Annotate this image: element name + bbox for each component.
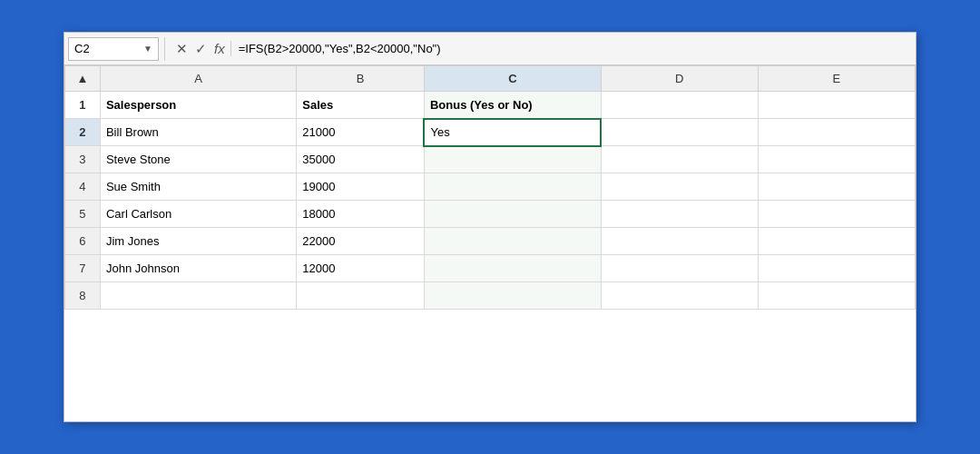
corner-header: ▲ [65, 66, 101, 92]
row-number: 2 [65, 119, 101, 146]
cancel-formula-icon[interactable]: ✕ [176, 41, 188, 57]
cell-a7[interactable]: John Johnson [100, 255, 296, 282]
cell-d2[interactable] [601, 119, 758, 146]
cell-c7[interactable] [424, 255, 601, 282]
formula-input[interactable] [239, 33, 912, 64]
cell-a2[interactable]: Bill Brown [100, 119, 296, 146]
grid-area: ▲ A B C D E 1SalespersonSalesBonus (Yes … [64, 65, 916, 421]
cell-c6[interactable] [424, 228, 601, 255]
cell-b4[interactable]: 19000 [297, 173, 425, 201]
cell-e3[interactable] [758, 146, 915, 173]
formula-bar: C2 ▼ ✕ ✓ fx [64, 33, 916, 65]
cell-d8[interactable] [601, 282, 758, 310]
cell-e1[interactable] [758, 92, 915, 119]
cell-b2[interactable]: 21000 [297, 119, 425, 146]
cell-b6[interactable]: 22000 [297, 228, 425, 255]
table-row: 6Jim Jones22000 [65, 228, 916, 255]
cell-b3[interactable]: 35000 [297, 146, 425, 173]
row-number: 5 [65, 201, 101, 228]
table-row: 1SalespersonSalesBonus (Yes or No) [65, 92, 916, 119]
cell-c3[interactable] [424, 146, 601, 173]
row-number: 3 [65, 146, 101, 173]
cell-a5[interactable]: Carl Carlson [100, 201, 296, 228]
cell-e8[interactable] [758, 282, 915, 310]
spreadsheet-table: ▲ A B C D E 1SalespersonSalesBonus (Yes … [64, 65, 916, 310]
cell-c2[interactable]: Yes [424, 119, 601, 146]
column-header-row: ▲ A B C D E [65, 66, 916, 92]
row-number: 7 [65, 255, 101, 282]
cell-b7[interactable]: 12000 [297, 255, 425, 282]
cell-c8[interactable] [424, 282, 601, 310]
col-header-a[interactable]: A [100, 66, 296, 92]
table-row: 2Bill Brown21000Yes [65, 119, 916, 146]
row-number: 4 [65, 173, 101, 201]
name-box[interactable]: C2 ▼ [68, 37, 159, 61]
table-row: 4Sue Smith19000 [65, 173, 916, 201]
table-row: 7John Johnson12000 [65, 255, 916, 282]
name-box-value: C2 [74, 42, 90, 55]
red-arrow-indicator [600, 125, 601, 140]
cell-c4[interactable] [424, 173, 601, 201]
cell-b5[interactable]: 18000 [297, 201, 425, 228]
confirm-formula-icon[interactable]: ✓ [195, 41, 207, 57]
cell-d6[interactable] [601, 228, 758, 255]
table-body: 1SalespersonSalesBonus (Yes or No)2Bill … [65, 92, 916, 310]
cell-a1[interactable]: Salesperson [100, 92, 296, 119]
name-box-chevron-icon: ▼ [143, 44, 152, 54]
col-header-e[interactable]: E [758, 66, 915, 92]
table-row: 8 [65, 282, 916, 310]
cell-a3[interactable]: Steve Stone [100, 146, 296, 173]
row-number: 6 [65, 228, 101, 255]
cell-a8[interactable] [100, 282, 296, 310]
cell-a6[interactable]: Jim Jones [100, 228, 296, 255]
table-row: 5Carl Carlson18000 [65, 201, 916, 228]
row-number: 1 [65, 92, 101, 119]
formula-bar-icons: ✕ ✓ [171, 41, 212, 57]
cell-e7[interactable] [758, 255, 915, 282]
row-number: 8 [65, 282, 101, 310]
cell-e6[interactable] [758, 228, 915, 255]
cell-e2[interactable] [758, 119, 915, 146]
table-row: 3Steve Stone35000 [65, 146, 916, 173]
cell-a4[interactable]: Sue Smith [100, 173, 296, 201]
cell-b8[interactable] [297, 282, 425, 310]
cell-b1[interactable]: Sales [297, 92, 425, 119]
col-header-d[interactable]: D [601, 66, 758, 92]
cell-d7[interactable] [601, 255, 758, 282]
cell-c1[interactable]: Bonus (Yes or No) [424, 92, 601, 119]
fx-label: fx [214, 41, 231, 56]
cell-c5[interactable] [424, 201, 601, 228]
cell-e4[interactable] [758, 173, 915, 201]
formula-bar-divider [164, 37, 165, 61]
col-header-c[interactable]: C [424, 66, 601, 92]
cell-d5[interactable] [601, 201, 758, 228]
cell-d3[interactable] [601, 146, 758, 173]
cell-d4[interactable] [601, 173, 758, 201]
col-header-b[interactable]: B [297, 66, 425, 92]
cell-e5[interactable] [758, 201, 915, 228]
spreadsheet: C2 ▼ ✕ ✓ fx ▲ A B [64, 32, 916, 422]
cell-d1[interactable] [601, 92, 758, 119]
